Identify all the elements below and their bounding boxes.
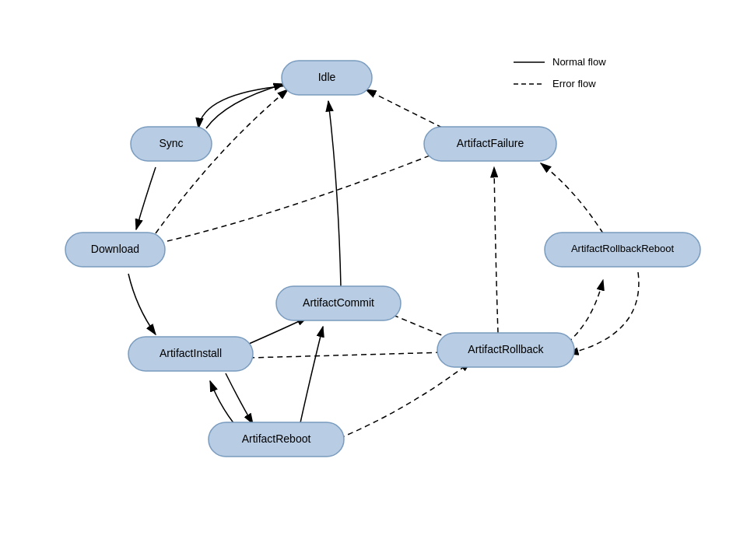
node-artifactfailure-label: ArtifactFailure <box>457 137 524 149</box>
node-artifactreboot-label: ArtifactReboot <box>242 432 311 445</box>
node-idle-label: Idle <box>318 71 336 83</box>
legend-normal-label: Normal flow <box>552 56 606 68</box>
node-artifactfailure: ArtifactFailure <box>424 127 556 161</box>
node-download-label: Download <box>91 243 139 255</box>
edge-reboot-rollback <box>331 362 471 442</box>
edge-download-install <box>128 274 156 334</box>
edge-sync-download <box>136 167 156 229</box>
node-artifactrollback-label: ArtifactRollback <box>468 343 544 355</box>
legend: Normal flow Error flow <box>514 56 606 89</box>
node-artifactrollbackreboot: ArtifactRollbackReboot <box>545 233 700 267</box>
node-artifactcommit: ArtifactCommit <box>276 286 401 320</box>
node-artifactcommit-label: ArtifactCommit <box>303 296 374 309</box>
edge-reboot-commit <box>300 327 323 426</box>
node-artifactrollbackreboot-label: ArtifactRollbackReboot <box>571 243 675 254</box>
node-artifactreboot: ArtifactReboot <box>209 422 344 457</box>
edge-install-commit <box>249 317 307 344</box>
node-sync: Sync <box>131 127 212 161</box>
node-sync-label: Sync <box>159 137 183 149</box>
edge-rollbackreboot-rollback <box>568 272 639 354</box>
edge-rollbackreboot-failure <box>541 163 603 233</box>
node-idle: Idle <box>282 61 372 95</box>
edge-sync-idle <box>206 84 284 128</box>
legend-error-label: Error flow <box>552 78 596 89</box>
node-download: Download <box>65 233 165 267</box>
edge-commit-idle <box>328 101 341 286</box>
node-artifactinstall: ArtifactInstall <box>128 337 253 371</box>
edge-rollback-failure <box>494 167 498 333</box>
edge-download-failure <box>167 144 459 241</box>
node-artifactrollback: ArtifactRollback <box>437 333 574 367</box>
node-artifactinstall-label: ArtifactInstall <box>160 347 222 359</box>
edge-install-reboot <box>226 373 253 424</box>
